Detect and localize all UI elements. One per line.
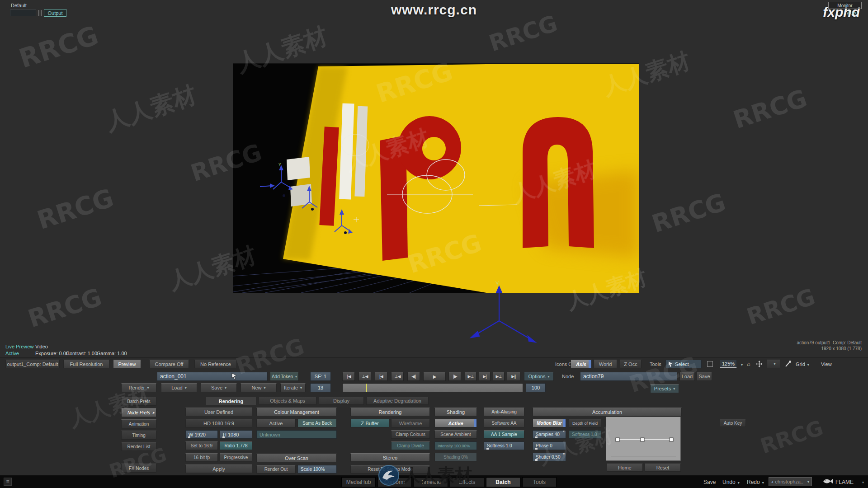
end-frame-field[interactable]: 100 <box>526 383 546 392</box>
eyedropper-icon[interactable] <box>785 360 791 367</box>
next-marker-button[interactable]: ▶⊥ <box>465 372 476 381</box>
aa-samples-button[interactable]: AA 1 Sample <box>484 430 524 439</box>
current-frame-field[interactable]: 13 <box>310 383 331 392</box>
next-segment-button[interactable]: ▶] <box>479 372 491 381</box>
sidebar-item-render-list[interactable]: Render List <box>121 442 156 451</box>
software-aa-button[interactable]: Software AA <box>484 419 524 427</box>
aa-softness-field[interactable]: Softness 1.0 <box>484 441 524 450</box>
sidebar-item-node-prefs[interactable]: Node Prefs <box>121 408 156 417</box>
scan-mode-button[interactable]: Progressive <box>220 453 252 462</box>
comp-selector-button[interactable]: output1_Comp: Default <box>5 360 60 368</box>
app-dropdown-icon[interactable] <box>860 479 864 484</box>
preset-field[interactable] <box>10 9 36 16</box>
go-end-button[interactable]: ▶∥ <box>507 372 520 381</box>
bit-depth-button[interactable]: 16-bit fp <box>185 453 218 462</box>
mb-phase-field[interactable]: Phase 0 <box>533 441 566 450</box>
wireframe-toggle[interactable]: Wireframe <box>391 419 430 427</box>
undo-button[interactable]: Undo <box>722 479 740 485</box>
depth-of-field-toggle[interactable]: Depth of Field <box>569 419 601 427</box>
tab-display[interactable]: Display <box>319 397 364 405</box>
motion-blur-toggle[interactable]: Motion Blur <box>533 419 566 427</box>
clamp-divide-toggle[interactable]: Clamp Divide <box>391 441 430 450</box>
zoom-level-field[interactable]: 125% <box>720 360 737 368</box>
step-forward-button[interactable]: ∥▶ <box>448 372 461 381</box>
overscan-scale-field[interactable]: Scale 100% <box>297 465 337 474</box>
accumulation-curve-editor[interactable] <box>606 417 681 461</box>
pan-icon[interactable] <box>756 361 763 367</box>
colour-active-toggle[interactable]: Active <box>256 419 296 427</box>
height-field[interactable]: H 1080 <box>220 430 252 439</box>
node-save-button[interactable]: Save <box>697 372 712 381</box>
prev-segment-button[interactable]: [◀ <box>375 372 387 381</box>
sidebar-item-timing[interactable]: Timing <box>121 431 156 440</box>
bottom-tab-tools[interactable]: Tools <box>522 477 557 487</box>
output-button[interactable]: Output <box>44 9 66 17</box>
prev-keyframe-button[interactable]: ⊥◀ <box>359 372 371 381</box>
play-button[interactable]: ▶ <box>423 372 446 381</box>
viewport-canvas[interactable]: Y <box>233 64 639 293</box>
iterate-dropdown[interactable]: Iterate <box>280 383 306 392</box>
auto-key-toggle[interactable]: Auto Key <box>720 419 746 427</box>
tab-objects-maps[interactable]: Objects & Maps <box>259 397 316 405</box>
curve-handle-left[interactable] <box>616 438 619 441</box>
zocc-mode-button[interactable]: Z Occ <box>620 360 642 368</box>
zoom-dropdown-icon[interactable] <box>739 361 743 367</box>
monitor-button[interactable]: Monitor <box>828 2 862 9</box>
preview-button[interactable]: Preview <box>113 360 141 368</box>
tab-rendering[interactable]: Rendering <box>206 397 256 405</box>
grid-menu[interactable]: Grid <box>796 361 809 367</box>
world-mode-button[interactable]: World <box>594 360 617 368</box>
presets-dropdown[interactable]: Presets <box>650 384 679 393</box>
node-name-input[interactable]: action79 <box>580 372 677 381</box>
home-view-icon[interactable]: ⌂ <box>747 361 750 367</box>
sidebar-item-batch-prefs[interactable]: Batch Prefs <box>121 397 156 406</box>
axis-mode-button[interactable]: Axis <box>571 360 592 368</box>
next-keyframe-button[interactable]: ▶⊥ <box>493 372 505 381</box>
timeline-position-marker[interactable] <box>366 384 367 392</box>
redo-button[interactable]: Redo <box>747 479 764 485</box>
setup-save-dropdown[interactable]: Save <box>201 383 237 392</box>
colour-space-field[interactable]: Unknown <box>256 430 337 439</box>
mb-samples-field[interactable]: Samples 40 <box>533 430 566 439</box>
go-start-button[interactable]: ∥◀ <box>342 372 355 381</box>
ratio-button[interactable]: Ratio 1.778 <box>220 441 252 450</box>
step-back-button[interactable]: ◀∥ <box>407 372 420 381</box>
full-resolution-button[interactable]: Full Resolution <box>63 360 109 368</box>
scene-ambient-button[interactable]: Scene Ambient <box>434 430 477 439</box>
setup-new-dropdown[interactable]: New <box>241 383 277 392</box>
bottom-tab-mediahub[interactable]: MediaHub <box>341 477 376 487</box>
clip-name-input[interactable]: action_001 <box>157 372 268 381</box>
sidebar-item-fx-nodes[interactable]: FX Nodes <box>121 464 156 473</box>
curve-handle-mid[interactable] <box>641 438 644 441</box>
no-reference-button[interactable]: No Reference <box>194 360 237 368</box>
curve-reset-button[interactable]: Reset <box>645 464 681 472</box>
setup-load-dropdown[interactable]: Load <box>161 383 197 392</box>
add-token-dropdown[interactable]: Add Token <box>270 372 299 381</box>
render-dropdown[interactable]: Render <box>121 383 156 392</box>
start-frame-field[interactable]: SF: 1 <box>310 372 331 381</box>
clamp-colours-toggle[interactable]: Clamp Colours <box>391 430 430 439</box>
sidebar-item-animation[interactable]: Animation <box>121 419 156 428</box>
mb-shutter-field[interactable]: Shutter 0.50 <box>533 453 566 461</box>
options-dropdown[interactable]: Options <box>524 372 554 381</box>
set-ratio-button[interactable]: Set to 16:9 <box>185 441 218 450</box>
tab-adaptive-degradation[interactable]: Adaptive Degradation <box>366 397 429 405</box>
view-menu[interactable]: View <box>821 361 832 367</box>
curve-home-button[interactable]: Home <box>607 464 643 472</box>
checkbox-icon[interactable] <box>707 361 713 367</box>
select-tool-field[interactable]: Select <box>665 360 702 368</box>
compare-button[interactable]: Compare Off <box>149 360 189 368</box>
curve-handle-right[interactable] <box>670 438 673 441</box>
render-out-button[interactable]: Render Out <box>256 465 296 474</box>
user-account-chip[interactable]: christophza.. <box>769 477 812 486</box>
timeline-bar[interactable] <box>342 383 523 392</box>
width-field[interactable]: W 1920 <box>185 430 218 439</box>
z-buffer-toggle[interactable]: Z-Buffer <box>350 419 389 427</box>
node-load-button[interactable]: Load <box>679 372 695 381</box>
format-preset-button[interactable]: User Defined <box>185 408 252 416</box>
format-name-button[interactable]: HD 1080 16:9 <box>185 419 252 427</box>
bottom-tab-batch[interactable]: Batch <box>486 477 520 487</box>
same-as-back-button[interactable]: Same As Back <box>297 419 337 427</box>
apply-button[interactable]: Apply <box>185 465 252 473</box>
shading-active-toggle[interactable]: Active <box>434 419 477 427</box>
